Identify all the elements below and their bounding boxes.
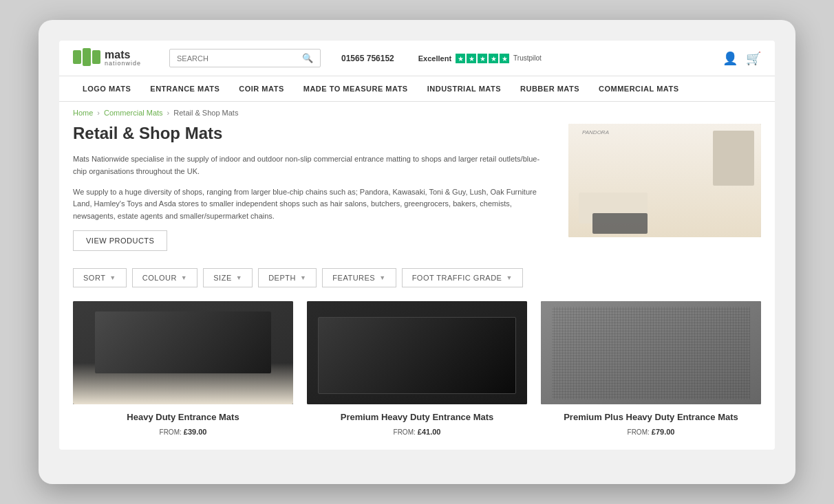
breadcrumb-current: Retail & Shop Mats	[173, 109, 238, 117]
hero-text: Retail & Shop Mats Mats Nationwide speci…	[73, 124, 548, 251]
breadcrumb-home[interactable]: Home	[73, 109, 93, 117]
product-name-3: Premium Plus Heavy Duty Entrance Mats	[541, 411, 761, 424]
star-2	[467, 54, 476, 63]
price-value-2: £41.00	[418, 428, 441, 436]
filter-features-arrow: ▼	[379, 274, 385, 281]
filter-colour[interactable]: COLOUR ▼	[132, 268, 197, 287]
mat-image-3	[541, 301, 761, 404]
star-4	[489, 54, 498, 63]
product-name-2: Premium Heavy Duty Entrance Mats	[307, 411, 527, 424]
nav-commercial-mats[interactable]: COMMERCIAL MATS	[589, 76, 688, 101]
filters-row: SORT ▼ COLOUR ▼ SIZE ▼ DEPTH ▼ FEATURES	[73, 268, 761, 287]
search-area[interactable]: 🔍	[169, 49, 321, 67]
product-price-1: FROM: £39.00	[73, 428, 293, 436]
trustpilot-logo: Trustpilot	[513, 54, 542, 62]
view-products-button[interactable]: VIEW PRODUCTS	[73, 230, 167, 251]
filter-features-label: FEATURES	[332, 274, 375, 282]
hero-image-inner: PANDORA	[568, 124, 761, 237]
search-icon[interactable]: 🔍	[302, 53, 313, 63]
filter-features[interactable]: FEATURES ▼	[322, 268, 396, 287]
price-label-1: FROM:	[160, 428, 182, 436]
product-card-3[interactable]: Premium Plus Heavy Duty Entrance Mats FR…	[541, 301, 761, 435]
filter-foot-traffic-arrow: ▼	[506, 274, 512, 281]
price-value-3: £79.00	[652, 428, 675, 436]
nav-made-to-measure[interactable]: MADE TO MEASURE MATS	[294, 76, 418, 101]
logo[interactable]: mats nationwide	[73, 50, 156, 67]
store-shelves	[713, 131, 754, 186]
mat-image-1	[73, 301, 293, 404]
breadcrumb: Home › Commercial Mats › Retail & Shop M…	[59, 102, 775, 124]
header: mats nationwide 🔍 01565 756152 Excellent	[59, 41, 775, 76]
account-icon[interactable]: 👤	[723, 51, 738, 66]
logo-nationwide-text: nationwide	[105, 61, 141, 67]
filter-size[interactable]: SIZE ▼	[203, 268, 253, 287]
filter-colour-arrow: ▼	[181, 274, 187, 281]
hero-desc-2: We supply to a huge diversity of shops, …	[73, 186, 548, 223]
header-icons: 👤 🛒	[723, 51, 761, 66]
logo-text: mats nationwide	[105, 50, 141, 67]
price-label-2: FROM:	[394, 428, 416, 436]
nav-industrial-mats[interactable]: INDUSTRIAL MATS	[418, 76, 511, 101]
cart-icon[interactable]: 🛒	[746, 51, 761, 66]
main-content: Retail & Shop Mats Mats Nationwide speci…	[59, 124, 775, 449]
filter-sort-label: SORT	[83, 274, 105, 282]
filter-sort-arrow: ▼	[109, 274, 116, 281]
trustpilot-stars	[456, 54, 509, 63]
nav-coir-mats[interactable]: COIR MATS	[229, 76, 293, 101]
breadcrumb-sep-2: ›	[167, 109, 170, 117]
product-price-3: FROM: £79.00	[541, 428, 761, 436]
filter-depth[interactable]: DEPTH ▼	[258, 268, 317, 287]
logo-square-3	[92, 50, 100, 64]
filter-sort[interactable]: SORT ▼	[73, 268, 127, 287]
hero-desc-1: Mats Nationwide specialise in the supply…	[73, 153, 548, 177]
filter-foot-traffic[interactable]: FOOT TRAFFIC GRADE ▼	[402, 268, 523, 287]
logo-square-2	[83, 48, 91, 66]
pandora-sign: PANDORA	[582, 129, 609, 135]
price-value-1: £39.00	[184, 428, 207, 436]
store-mat	[592, 213, 648, 234]
price-label-3: FROM:	[628, 428, 650, 436]
laptop-screen: mats nationwide 🔍 01565 756152 Excellent	[59, 41, 775, 449]
mat-image-2	[307, 301, 527, 404]
search-input[interactable]	[177, 54, 297, 63]
filter-colour-label: COLOUR	[142, 274, 177, 282]
product-image-2	[307, 301, 527, 404]
laptop-frame: mats nationwide 🔍 01565 756152 Excellent	[39, 20, 795, 483]
filter-foot-traffic-label: FOOT TRAFFIC GRADE	[412, 274, 502, 282]
star-3	[478, 54, 487, 63]
product-card-1[interactable]: Heavy Duty Entrance Mats FROM: £39.00	[73, 301, 293, 435]
page-title: Retail & Shop Mats	[73, 124, 548, 143]
hero-section: Retail & Shop Mats Mats Nationwide speci…	[73, 124, 761, 251]
hero-image: PANDORA	[568, 124, 761, 237]
nav-rubber-mats[interactable]: RUBBER MATS	[511, 76, 589, 101]
filter-depth-arrow: ▼	[300, 274, 306, 281]
logo-mats-text: mats	[105, 50, 141, 61]
product-name-1: Heavy Duty Entrance Mats	[73, 411, 293, 424]
phone-number: 01565 756152	[341, 54, 394, 63]
breadcrumb-sep-1: ›	[97, 109, 100, 117]
products-grid: Heavy Duty Entrance Mats FROM: £39.00 Pr…	[73, 301, 761, 435]
logo-square-1	[73, 50, 81, 64]
trustpilot-area: Excellent Trustpilot	[418, 54, 542, 63]
logo-icon	[73, 50, 100, 66]
product-image-1	[73, 301, 293, 404]
nav-entrance-mats[interactable]: ENTRANCE MATS	[140, 76, 229, 101]
main-nav: LOGO MATS ENTRANCE MATS COIR MATS MADE T…	[59, 76, 775, 102]
filter-size-label: SIZE	[213, 274, 231, 282]
star-5	[500, 54, 509, 63]
filter-size-arrow: ▼	[236, 274, 242, 281]
product-price-2: FROM: £41.00	[307, 428, 527, 436]
filter-depth-label: DEPTH	[268, 274, 296, 282]
breadcrumb-commercial[interactable]: Commercial Mats	[104, 109, 163, 117]
product-card-2[interactable]: Premium Heavy Duty Entrance Mats FROM: £…	[307, 301, 527, 435]
product-image-3	[541, 301, 761, 404]
nav-logo-mats[interactable]: LOGO MATS	[73, 76, 140, 101]
excellent-label: Excellent	[418, 54, 451, 63]
star-1	[456, 54, 465, 63]
